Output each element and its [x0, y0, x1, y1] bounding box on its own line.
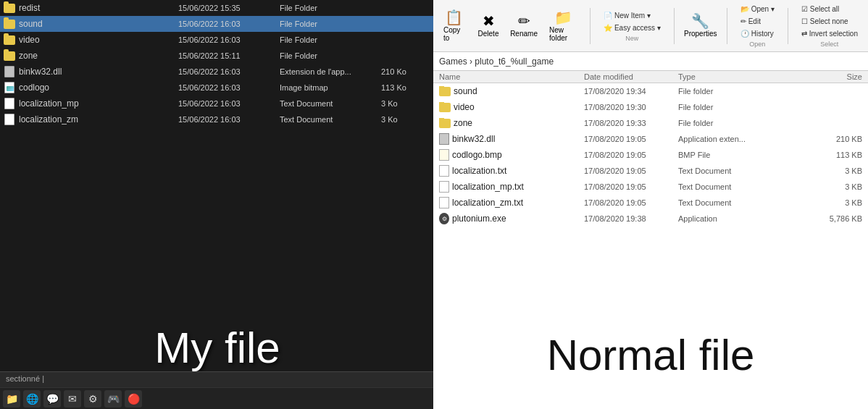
invert-icon: ⇄ [801, 30, 807, 38]
right-file-row[interactable]: sound 17/08/2020 19:34 File folder [436, 83, 865, 99]
right-file-type: Text Document [678, 166, 765, 175]
left-file-row[interactable]: video 15/06/2022 16:03 File Folder [0, 32, 435, 48]
right-file-type: File folder [678, 87, 765, 96]
file-icon [3, 114, 16, 125]
left-file-row[interactable]: codlogo 15/06/2022 16:03 Image bitmap 11… [0, 80, 435, 96]
taskbar-icon[interactable]: 🔴 [125, 390, 142, 408]
invert-selection-button[interactable]: ⇄ Invert selection [797, 28, 862, 39]
right-file-name: sound [439, 86, 584, 96]
file-name: localization_zm [19, 114, 178, 125]
file-size: 113 Ko [381, 83, 432, 92]
right-file-row[interactable]: ⚙ plutonium.exe 17/08/2020 19:38 Applica… [436, 211, 865, 227]
delete-button[interactable]: ✖ Delete [474, 12, 503, 40]
file-icon [3, 66, 16, 77]
right-file-name: video [439, 102, 584, 112]
file-date: 15/06/2022 16:03 [178, 99, 280, 108]
right-file-date: 17/08/2020 19:34 [584, 87, 678, 96]
right-file-size: 3 KB [765, 182, 862, 191]
select-none-button[interactable]: ☐ Select none [797, 16, 862, 27]
file-type: File Folder [280, 35, 381, 44]
right-file-icon [439, 181, 449, 193]
right-file-size: 3 KB [765, 198, 862, 207]
taskbar: 📁🌐💬✉⚙🎮🔴 [0, 387, 435, 409]
taskbar-icon[interactable]: ✉ [64, 390, 81, 408]
right-file-row[interactable]: localization_mp.txt 17/08/2020 19:05 Tex… [436, 179, 865, 195]
taskbar-icon[interactable]: 💬 [43, 390, 61, 408]
right-file-icon [439, 103, 451, 112]
left-status-bar: sectionné | [0, 371, 435, 387]
rename-button[interactable]: ✏ Rename [509, 12, 539, 40]
file-icon [3, 50, 16, 62]
right-file-icon [439, 149, 449, 161]
right-file-date: 17/08/2020 19:05 [584, 151, 678, 159]
left-file-row[interactable]: binkw32.dll 15/06/2022 16:03 Extension d… [0, 64, 435, 80]
right-file-type: File folder [678, 103, 765, 111]
file-name: zone [19, 51, 178, 61]
right-file-row[interactable]: codlogo.bmp 17/08/2020 19:05 BMP File 11… [436, 147, 865, 163]
right-file-name: zone [439, 118, 584, 128]
open-icon: 📂 [740, 5, 749, 13]
new-folder-button[interactable]: 📁 New folder [545, 8, 581, 44]
file-size: 210 Ko [381, 67, 432, 76]
taskbar-icon[interactable]: 🌐 [23, 390, 41, 408]
taskbar-icon[interactable]: 📁 [3, 390, 20, 408]
col-name-header[interactable]: Name [439, 72, 584, 81]
right-file-row[interactable]: video 17/08/2020 19:30 File folder [436, 99, 865, 115]
right-file-icon [439, 119, 451, 128]
select-all-button[interactable]: ☑ Select all [797, 4, 862, 14]
right-file-name: localization_zm.txt [439, 197, 584, 208]
file-type: File Folder [280, 51, 381, 60]
left-file-row[interactable]: localization_mp 15/06/2022 16:03 Text Do… [0, 96, 435, 111]
history-button[interactable]: 🕐 History [736, 28, 779, 39]
right-file-row[interactable]: binkw32.dll 17/08/2020 19:05 Application… [436, 131, 865, 147]
right-file-type: File folder [678, 119, 765, 127]
left-file-row[interactable]: localization_zm 15/06/2022 16:03 Text Do… [0, 111, 435, 127]
right-file-type: Text Document [678, 182, 765, 191]
file-type: Text Document [280, 115, 381, 124]
file-icon [3, 82, 16, 93]
left-file-row[interactable]: zone 15/06/2022 15:11 File Folder [0, 48, 435, 64]
file-type: Image bitmap [280, 83, 381, 92]
taskbar-icon[interactable]: ⚙ [84, 390, 101, 408]
file-date: 15/06/2022 16:03 [178, 83, 280, 92]
file-name: codlogo [19, 83, 178, 93]
left-file-row[interactable]: redist 15/06/2022 15:35 File Folder [0, 0, 435, 16]
col-type-header[interactable]: Type [678, 72, 765, 81]
breadcrumb: Games › pluto_t6_%ull_game [439, 56, 554, 67]
file-type: Extension de l'app... [280, 67, 381, 76]
file-size: 3 Ko [381, 99, 432, 108]
right-file-name: localization.txt [439, 165, 584, 177]
properties-button[interactable]: 🔧 Properties [683, 12, 718, 40]
file-date: 15/06/2022 15:11 [178, 51, 280, 60]
right-file-row[interactable]: localization_zm.txt 17/08/2020 19:05 Tex… [436, 195, 865, 211]
ribbon: 📋 Copy to ✖ Delete ✏ Rename 📁 New folder… [433, 0, 868, 52]
edit-button[interactable]: ✏ Edit [736, 16, 779, 27]
col-size-header[interactable]: Size [765, 72, 862, 81]
ribbon-divider-4 [788, 8, 788, 44]
right-file-name: binkw32.dll [439, 133, 584, 145]
file-date: 15/06/2022 16:03 [178, 67, 280, 76]
address-bar[interactable]: Games › pluto_t6_%ull_game [433, 52, 868, 71]
copy-button[interactable]: 📋 Copy to [439, 8, 468, 44]
file-name: redist [19, 3, 178, 13]
new-item-button[interactable]: 📄 New Item ▾ [599, 10, 665, 21]
copy-icon: 📋 [445, 10, 463, 25]
properties-icon: 🔧 [691, 14, 709, 28]
open-button[interactable]: 📂 Open ▾ [736, 4, 779, 14]
file-name: video [19, 35, 178, 45]
right-file-date: 17/08/2020 19:05 [584, 182, 678, 191]
file-name: localization_mp [19, 98, 178, 109]
ribbon-divider-1 [590, 8, 591, 44]
col-date-header[interactable]: Date modified [584, 72, 678, 81]
taskbar-icon[interactable]: 🎮 [104, 390, 122, 408]
right-file-type: Text Document [678, 198, 765, 207]
right-file-size: 113 KB [765, 151, 862, 159]
left-file-row[interactable]: sound 15/06/2022 16:03 File Folder [0, 16, 435, 32]
right-file-row[interactable]: localization.txt 17/08/2020 19:05 Text D… [436, 163, 865, 179]
right-panel: 📋 Copy to ✖ Delete ✏ Rename 📁 New folder… [433, 0, 868, 409]
column-headers: Name Date modified Type Size [433, 71, 868, 83]
file-date: 15/06/2022 16:03 [178, 35, 280, 44]
right-file-date: 17/08/2020 19:05 [584, 198, 678, 207]
easy-access-button[interactable]: ⭐ Easy access ▾ [599, 22, 665, 33]
right-file-row[interactable]: zone 17/08/2020 19:33 File folder [436, 115, 865, 131]
